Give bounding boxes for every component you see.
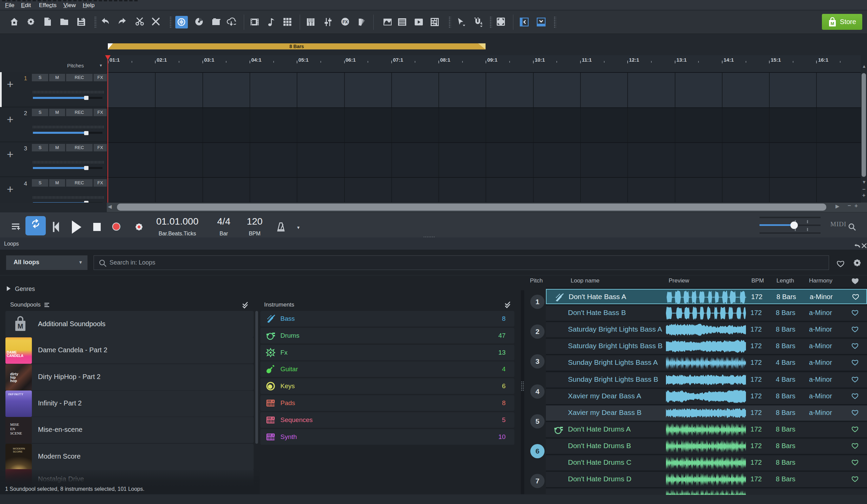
svg-text:FX: FX: [342, 20, 347, 24]
svg-text:M: M: [831, 21, 834, 26]
svg-text:M: M: [18, 322, 23, 330]
